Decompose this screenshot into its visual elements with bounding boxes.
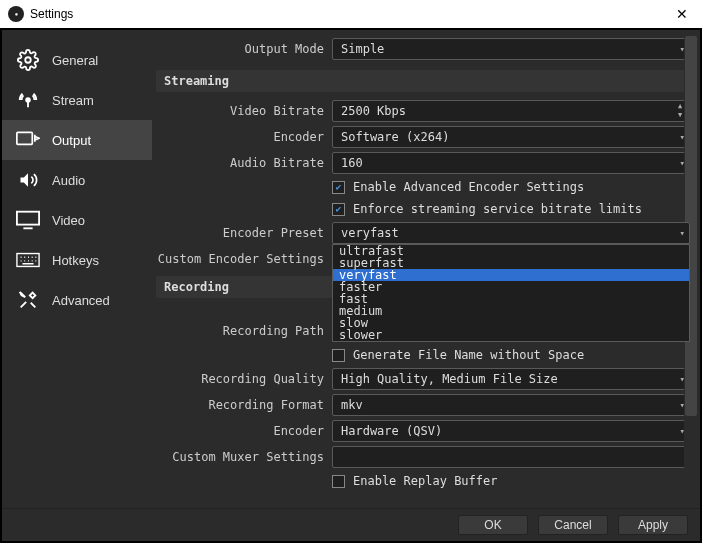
recording-format-select[interactable]: mkv ▾ — [332, 394, 690, 416]
sidebar: General Stream Output Audio Video Hotkey… — [2, 30, 152, 508]
sidebar-item-label: Output — [52, 133, 91, 148]
sidebar-item-label: Video — [52, 213, 85, 228]
encoder-preset-option[interactable]: veryfast — [333, 269, 689, 281]
enforce-limits-label: Enforce streaming service bitrate limits — [353, 202, 642, 216]
sidebar-item-video[interactable]: Video — [2, 200, 152, 240]
monitor-icon — [14, 210, 42, 230]
window-title: Settings — [30, 7, 73, 21]
sidebar-item-label: General — [52, 53, 98, 68]
output-mode-select[interactable]: Simple ▾ — [332, 38, 690, 60]
chevron-down-icon: ▾ — [680, 223, 685, 243]
streaming-group-label: Streaming — [156, 70, 690, 92]
recording-quality-label: Recording Quality — [156, 372, 332, 386]
cancel-button[interactable]: Cancel — [538, 515, 608, 535]
keyboard-icon — [14, 250, 42, 270]
recording-format-label: Recording Format — [156, 398, 332, 412]
enable-advanced-label: Enable Advanced Encoder Settings — [353, 180, 584, 194]
sidebar-item-label: Stream — [52, 93, 94, 108]
custom-muxer-label: Custom Muxer Settings — [156, 450, 332, 464]
broadcast-icon — [14, 90, 42, 110]
output-icon — [14, 130, 42, 150]
audio-bitrate-select[interactable]: 160 ▾ — [332, 152, 690, 174]
svg-point-1 — [26, 98, 30, 102]
sidebar-item-label: Hotkeys — [52, 253, 99, 268]
encoder-preset-option[interactable]: faster — [333, 281, 689, 293]
recording-encoder-select[interactable]: Hardware (QSV) ▾ — [332, 420, 690, 442]
custom-encoder-label: Custom Encoder Settings — [156, 252, 332, 266]
encoder-preset-label: Encoder Preset — [156, 226, 332, 240]
speaker-icon — [14, 170, 42, 190]
close-button[interactable]: ✕ — [670, 6, 694, 22]
tools-icon — [14, 290, 42, 310]
encoder-preset-option[interactable]: slower — [333, 329, 689, 341]
content-panel: Output Mode Simple ▾ Streaming Video Bit… — [152, 30, 700, 508]
apply-button[interactable]: Apply — [618, 515, 688, 535]
gear-icon — [14, 50, 42, 70]
encoder-preset-option[interactable]: medium — [333, 305, 689, 317]
sidebar-item-general[interactable]: General — [2, 40, 152, 80]
sidebar-item-advanced[interactable]: Advanced — [2, 280, 152, 320]
encoder-preset-option[interactable]: fast — [333, 293, 689, 305]
video-bitrate-label: Video Bitrate — [156, 104, 332, 118]
svg-rect-3 — [17, 212, 39, 225]
encoder-preset-option[interactable]: slow — [333, 317, 689, 329]
footer: OK Cancel Apply — [2, 508, 700, 541]
filename-nospace-checkbox[interactable] — [332, 349, 345, 362]
recording-quality-select[interactable]: High Quality, Medium File Size ▾ — [332, 368, 690, 390]
sidebar-item-stream[interactable]: Stream — [2, 80, 152, 120]
recording-path-label: Recording Path — [156, 324, 332, 338]
filename-nospace-label: Generate File Name without Space — [353, 348, 584, 362]
sidebar-item-output[interactable]: Output — [2, 120, 152, 160]
enable-advanced-checkbox[interactable] — [332, 181, 345, 194]
sidebar-item-label: Advanced — [52, 293, 110, 308]
audio-bitrate-label: Audio Bitrate — [156, 156, 332, 170]
streaming-encoder-select[interactable]: Software (x264) ▾ — [332, 126, 690, 148]
ok-button[interactable]: OK — [458, 515, 528, 535]
svg-rect-2 — [17, 132, 32, 144]
sidebar-item-label: Audio — [52, 173, 85, 188]
replay-buffer-label: Enable Replay Buffer — [353, 474, 498, 488]
encoder-preset-select[interactable]: veryfast ▾ — [332, 222, 690, 244]
recording-encoder-label: Encoder — [156, 424, 332, 438]
video-bitrate-input[interactable]: 2500 Kbps ▲▼ — [332, 100, 690, 122]
app-icon: ● — [8, 6, 24, 22]
encoder-preset-dropdown[interactable]: ultrafastsuperfastveryfastfasterfastmedi… — [332, 244, 690, 342]
sidebar-item-audio[interactable]: Audio — [2, 160, 152, 200]
custom-muxer-input[interactable] — [332, 446, 690, 468]
svg-rect-4 — [17, 254, 39, 267]
enforce-limits-checkbox[interactable] — [332, 203, 345, 216]
output-mode-label: Output Mode — [156, 42, 332, 56]
encoder-label: Encoder — [156, 130, 332, 144]
sidebar-item-hotkeys[interactable]: Hotkeys — [2, 240, 152, 280]
replay-buffer-checkbox[interactable] — [332, 475, 345, 488]
svg-point-0 — [25, 57, 31, 63]
titlebar: ● Settings ✕ — [0, 0, 702, 28]
